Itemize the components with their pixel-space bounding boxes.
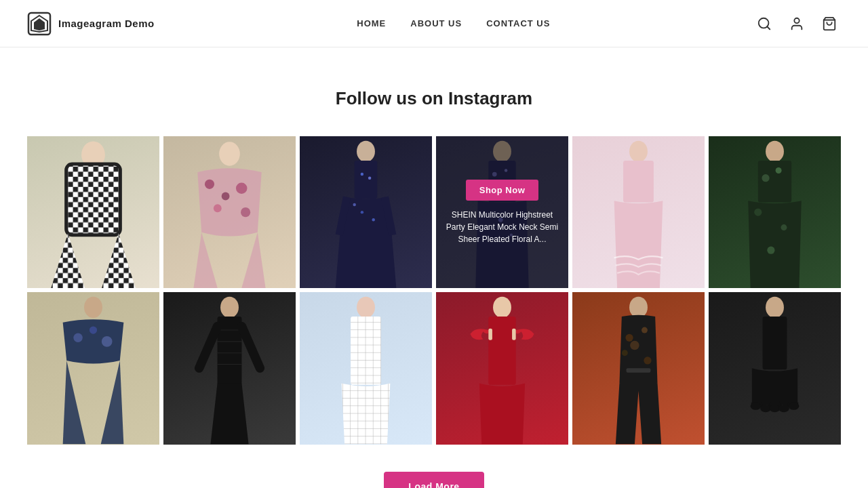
svg-point-75 xyxy=(760,405,771,412)
svg-point-72 xyxy=(766,297,784,318)
svg-rect-73 xyxy=(763,317,787,369)
logo-icon xyxy=(27,12,52,36)
svg-point-42 xyxy=(781,224,787,230)
nav-home[interactable]: HOME xyxy=(344,0,398,47)
svg-point-41 xyxy=(754,209,762,216)
svg-point-69 xyxy=(644,357,651,365)
svg-point-45 xyxy=(73,333,82,342)
svg-point-74 xyxy=(751,403,762,410)
svg-point-20 xyxy=(357,141,375,162)
svg-point-78 xyxy=(789,403,800,410)
fashion-figure-11 xyxy=(572,292,705,444)
svg-point-77 xyxy=(778,405,789,412)
svg-point-35 xyxy=(629,141,648,162)
svg-point-70 xyxy=(630,341,639,350)
page-title: Follow us on Instagram xyxy=(27,88,841,109)
grid-item-6[interactable] xyxy=(709,136,841,288)
user-icon xyxy=(789,16,804,31)
svg-point-39 xyxy=(762,174,769,182)
svg-point-61 xyxy=(493,297,511,318)
svg-point-47 xyxy=(102,336,113,347)
svg-point-46 xyxy=(90,327,97,334)
fashion-figure-6 xyxy=(709,136,841,288)
fashion-figure-8 xyxy=(163,292,296,444)
nav-contact[interactable]: CONTACT US xyxy=(474,0,562,47)
search-button[interactable] xyxy=(753,12,776,35)
svg-point-65 xyxy=(629,297,648,318)
nav-about[interactable]: ABOUT US xyxy=(398,0,474,47)
svg-point-37 xyxy=(766,141,784,162)
fashion-figure-5 xyxy=(572,136,705,288)
grid-item-7[interactable] xyxy=(27,292,159,444)
svg-rect-63 xyxy=(488,329,492,340)
svg-point-27 xyxy=(372,218,374,221)
svg-point-25 xyxy=(368,176,371,179)
svg-rect-36 xyxy=(623,161,654,203)
svg-rect-62 xyxy=(488,317,515,385)
svg-point-24 xyxy=(361,173,363,176)
grid-item-4[interactable]: Shop Now SHEIN Multicolor Highstreet Par… xyxy=(436,136,568,288)
svg-rect-64 xyxy=(512,329,516,340)
grid-item-8[interactable] xyxy=(163,292,296,444)
svg-point-28 xyxy=(353,203,355,206)
load-more-container: Load More xyxy=(27,472,841,489)
grid-item-5[interactable] xyxy=(572,136,705,288)
svg-point-40 xyxy=(776,167,782,174)
logo-text: Imageagram Demo xyxy=(58,18,155,29)
fashion-figure-1 xyxy=(27,136,159,288)
svg-rect-12 xyxy=(68,166,119,234)
cart-icon xyxy=(822,16,837,31)
shop-now-button[interactable]: Shop Now xyxy=(466,180,539,201)
svg-point-43 xyxy=(767,247,774,254)
grid-item-3[interactable] xyxy=(300,136,432,288)
overlay-description: SHEIN Multicolor Highstreet Party Elegan… xyxy=(436,209,568,245)
svg-point-48 xyxy=(220,297,239,318)
svg-line-55 xyxy=(241,327,260,369)
svg-point-17 xyxy=(236,182,248,194)
grid-item-11[interactable] xyxy=(572,292,705,444)
grid-item-9[interactable] xyxy=(300,292,432,444)
item-overlay: Shop Now SHEIN Multicolor Highstreet Par… xyxy=(436,136,568,288)
svg-point-26 xyxy=(361,211,363,214)
svg-point-66 xyxy=(625,334,633,342)
svg-line-4 xyxy=(767,26,770,29)
header-actions xyxy=(753,12,841,35)
svg-rect-60 xyxy=(351,317,381,385)
fashion-figure-10 xyxy=(436,292,568,444)
fashion-figure-12 xyxy=(709,292,841,444)
logo[interactable]: Imageagram Demo xyxy=(27,12,155,36)
cart-button[interactable] xyxy=(818,12,841,35)
fashion-figure-7 xyxy=(27,292,159,444)
svg-point-16 xyxy=(222,192,230,201)
fashion-figure-2 xyxy=(163,136,296,288)
svg-point-56 xyxy=(357,297,375,318)
svg-point-15 xyxy=(205,180,214,189)
svg-line-54 xyxy=(199,327,218,369)
grid-item-2[interactable] xyxy=(163,136,296,288)
svg-point-18 xyxy=(214,204,222,212)
grid-item-12[interactable] xyxy=(709,292,841,444)
main-nav: HOME ABOUT US CONTACT US xyxy=(344,0,562,47)
fashion-figure-9 xyxy=(300,292,432,444)
account-button[interactable] xyxy=(785,12,808,35)
load-more-button[interactable]: Load More xyxy=(384,472,484,489)
svg-point-14 xyxy=(219,142,240,165)
svg-point-67 xyxy=(642,327,648,333)
svg-point-76 xyxy=(770,405,781,412)
svg-rect-71 xyxy=(627,368,651,373)
grid-item-10[interactable] xyxy=(436,292,568,444)
grid-item-1[interactable] xyxy=(27,136,159,288)
svg-rect-38 xyxy=(758,161,791,203)
instagram-grid: Shop Now SHEIN Multicolor Highstreet Par… xyxy=(27,136,841,445)
search-icon xyxy=(757,16,772,31)
main-content: Follow us on Instagram xyxy=(0,47,868,488)
fashion-figure-3 xyxy=(300,136,432,288)
svg-point-5 xyxy=(794,18,799,22)
svg-marker-2 xyxy=(34,18,45,30)
svg-point-19 xyxy=(241,207,250,217)
site-header: Imageagram Demo HOME ABOUT US CONTACT US xyxy=(0,0,868,47)
svg-point-68 xyxy=(622,350,628,356)
svg-rect-21 xyxy=(355,161,378,199)
svg-point-44 xyxy=(84,297,102,318)
